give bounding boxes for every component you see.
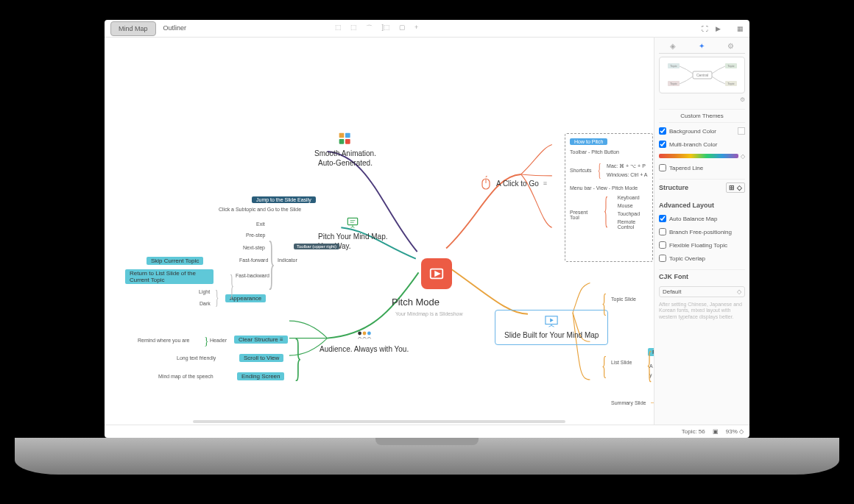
side-tabs: ◈ ✦ ⚙	[659, 42, 745, 54]
indicator-label[interactable]: Indicator	[278, 258, 297, 263]
theme-settings-icon[interactable]: ⚙	[740, 96, 745, 103]
branch-free-row[interactable]: Branch Free-positioning	[659, 227, 745, 237]
svg-rect-6	[348, 218, 358, 224]
flex-float-checkbox[interactable]	[659, 241, 666, 249]
branch-slide[interactable]: Slide Built for Your Mind Map	[495, 310, 608, 345]
bg-color-swatch[interactable]	[738, 127, 745, 135]
summary-dash: —	[651, 399, 654, 406]
tab-format-icon[interactable]: ✦	[699, 42, 705, 50]
adv-layout-label: Advanced Layout	[659, 200, 745, 210]
header-label[interactable]: Header	[210, 338, 227, 343]
brace-slide-1: {	[601, 288, 607, 319]
pitch-details-box: How to Pitch Toolbar - Pitch Button Shor…	[565, 133, 653, 262]
mac-shortcut: Mac: ⌘ + ⌥ + P	[607, 163, 647, 169]
fullscreen-icon[interactable]: ⛶	[702, 25, 708, 32]
central-title[interactable]: Pitch Mode	[392, 297, 440, 308]
presentation-icon	[345, 216, 360, 230]
structure-section: Structure⊞ ◇	[659, 179, 745, 194]
skip-tag[interactable]: Skip Current Topic	[147, 257, 203, 265]
branch-animation[interactable]: Smooth Animation. Auto-Generated.	[314, 132, 376, 168]
topic-slide-label[interactable]: Topic Slide	[611, 297, 636, 302]
svg-text:Central: Central	[696, 73, 707, 77]
toolbar-tag[interactable]: Toolbar (upper right)	[294, 242, 339, 249]
click-subtopic-label[interactable]: Click a Subtopic and Go to the Slide	[219, 207, 301, 212]
theme-preview[interactable]: Central Topic Topic Topic Topic	[659, 57, 745, 93]
ending-screen-tag[interactable]: Ending Screen	[237, 372, 284, 380]
auto-balance-checkbox[interactable]	[659, 215, 666, 222]
svg-point-9	[367, 332, 371, 336]
brace-slide-3: {	[646, 343, 652, 386]
cjk-font-label: CJK Font	[659, 269, 745, 282]
fastfwd-label[interactable]: Fast-forward	[239, 258, 268, 263]
color-gradient[interactable]	[659, 154, 738, 158]
relation-icon[interactable]: ⌒	[366, 24, 373, 33]
menubar-label[interactable]: Menu bar - View - Pitch Mode	[570, 185, 648, 191]
present-label[interactable]: Present Tool	[570, 210, 594, 220]
animation-icon	[338, 132, 353, 146]
mindmap-canvas[interactable]: Pitch Mode Your Mindmap is a Slideshow S…	[105, 38, 654, 425]
longtext-label[interactable]: Long text friendly	[177, 355, 216, 361]
remind-label[interactable]: Remind where you are	[138, 338, 189, 343]
horizontal-scrollbar[interactable]	[193, 420, 565, 423]
pitch-line1: Pitch Your Mind Map.	[318, 232, 388, 241]
insert-subtopic-icon[interactable]: ⬚	[350, 24, 357, 33]
cjk-hint: After setting Chinese, Japanese and Kore…	[659, 302, 745, 320]
branch-click[interactable]: A Click to Go ≡	[480, 176, 547, 192]
branch-free-checkbox[interactable]	[659, 228, 666, 235]
bg-color-row[interactable]: Background Color	[659, 126, 745, 136]
shortcuts-label[interactable]: Shortcuts	[570, 168, 592, 173]
summary-icon[interactable]: ]⬚	[381, 24, 390, 33]
central-topic[interactable]	[421, 258, 452, 289]
clear-structure-tag[interactable]: Clear Structure ≡	[234, 336, 288, 344]
flex-float-row[interactable]: Flexible Floating Topic	[659, 240, 745, 250]
jump-tag[interactable]: Jump to the Slide Easily	[252, 196, 316, 203]
status-bar: Topic: 56 ▣ 93% ◇	[105, 425, 749, 438]
structure-selector[interactable]: ⊞ ◇	[726, 182, 745, 193]
nextstep-label[interactable]: Next-step	[243, 245, 265, 250]
tapered-row[interactable]: Tapered Line	[659, 163, 745, 173]
auto-balance-row[interactable]: Auto Balance Map	[659, 213, 745, 224]
add-icon[interactable]: +	[414, 24, 418, 33]
prestep-label[interactable]: Pre-step	[246, 233, 265, 238]
return-tag[interactable]: Return to List Slide of the Current Topi…	[125, 269, 214, 284]
tapered-checkbox[interactable]	[659, 164, 666, 171]
bg-color-checkbox[interactable]	[659, 127, 666, 135]
animation-line1: Smooth Animation.	[314, 149, 376, 158]
svg-marker-1	[435, 271, 440, 276]
exit-label[interactable]: Exit	[256, 221, 265, 227]
tab-outliner[interactable]: Outliner	[156, 21, 194, 36]
tab-mindmap[interactable]: Mind Map	[110, 21, 156, 36]
brace-skip: }	[230, 268, 234, 302]
pitch-icon[interactable]: ▶	[716, 25, 721, 32]
zoom-level[interactable]: 93% ◇	[726, 428, 744, 435]
boundary-icon[interactable]: ▢	[399, 24, 406, 33]
dark-label[interactable]: Dark	[200, 301, 211, 306]
scroll-view-tag[interactable]: Scroll to View	[239, 354, 283, 362]
svg-text:Topic: Topic	[727, 64, 734, 68]
tab-style-icon[interactable]: ◈	[670, 42, 676, 50]
list-slide-label[interactable]: List Slide	[611, 360, 632, 365]
side-panel: ◈ ✦ ⚙ Central Topic Topic Topic Topic ⚙ …	[654, 38, 749, 425]
multi-branch-checkbox[interactable]	[659, 141, 666, 148]
mindmap-speech-label[interactable]: Mind map of the speech	[158, 374, 214, 379]
keyboard-label: Keyboard	[618, 195, 648, 200]
howto-tag[interactable]: How to Pitch	[570, 138, 648, 145]
panel-toggle-icon[interactable]: ▦	[737, 25, 744, 32]
multi-branch-row[interactable]: Multi-branch Color	[659, 139, 745, 149]
tab-settings-icon[interactable]: ⚙	[727, 42, 734, 50]
branch-audience[interactable]: Audience. Always with You.	[320, 330, 409, 354]
insert-topic-icon[interactable]: ⬚	[335, 24, 342, 33]
topic-overlap-row[interactable]: Topic Overlap	[659, 253, 745, 263]
cjk-font-select[interactable]: Default◇	[659, 286, 745, 297]
topic-overlap-checkbox[interactable]	[659, 255, 666, 262]
remote-label: Remote Control	[618, 219, 648, 230]
fastbwd-label[interactable]: Fast-backward	[236, 273, 269, 278]
custom-themes-button[interactable]: Custom Themes	[659, 109, 745, 123]
svg-text:Topic: Topic	[670, 64, 677, 68]
toolbar-pitch-label[interactable]: Toolbar - Pitch Button	[570, 149, 648, 155]
laptop-base	[15, 438, 839, 475]
map-icon[interactable]: ▣	[713, 428, 719, 435]
light-label[interactable]: Light	[199, 289, 210, 294]
summary-slide-label[interactable]: Summary Slide	[611, 400, 646, 405]
gradient-stepper[interactable]: ◇	[741, 153, 745, 160]
